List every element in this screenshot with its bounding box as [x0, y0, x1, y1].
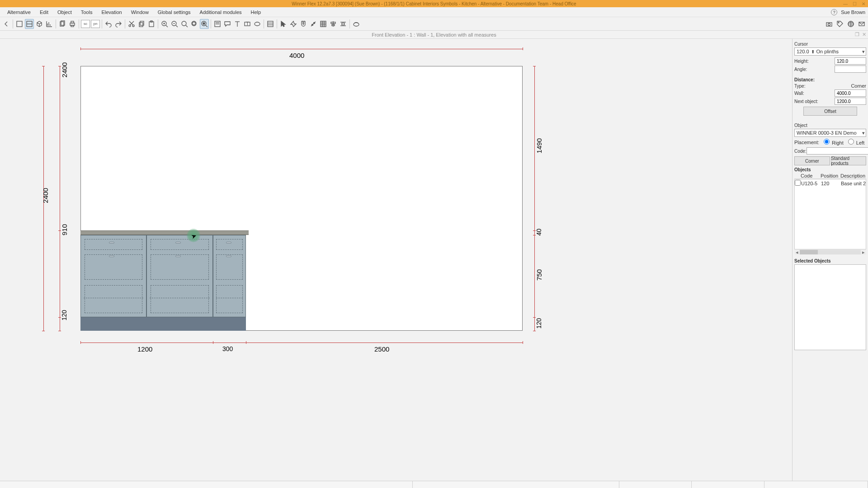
up-arrow-icon: ⬆ — [811, 49, 815, 54]
zoom-fit-icon[interactable] — [180, 19, 189, 29]
title-bar: Winner Flex 12.2a7.3 [300094] (Sue Brown… — [0, 0, 868, 7]
menu-additional-modules[interactable]: Additional modules — [195, 9, 246, 16]
view-chart-icon[interactable] — [45, 19, 54, 29]
print-icon[interactable] — [68, 19, 77, 29]
distance-heading: Distance: — [794, 77, 866, 82]
distribute-icon[interactable] — [339, 19, 348, 29]
copy2-icon[interactable] — [137, 19, 146, 29]
dim-bottom-1200: 1200 — [137, 345, 152, 353]
redo-icon[interactable] — [114, 19, 123, 29]
base-cabinet-3[interactable] — [213, 235, 246, 317]
help-icon[interactable]: ? — [831, 9, 837, 15]
restore-window-icon[interactable]: ❐ — [855, 32, 859, 38]
properties-panel: Cursor 120.0 ⬆ On plinths ▾ Height: Angl… — [792, 39, 868, 481]
text-icon[interactable] — [233, 19, 242, 29]
offset-button[interactable]: Offset — [803, 107, 857, 116]
selected-objects-list[interactable] — [794, 264, 866, 350]
list-icon[interactable] — [266, 19, 275, 29]
placement-left-radio[interactable]: Left — [848, 139, 864, 145]
maximize-icon[interactable]: ☐ — [850, 0, 859, 7]
user-name[interactable]: Sue Brown — [841, 9, 865, 15]
mail-icon[interactable] — [857, 19, 866, 29]
col-description[interactable]: Description — [840, 173, 866, 178]
menu-alternative[interactable]: Alternative — [3, 9, 35, 16]
close-icon[interactable]: ✕ — [859, 0, 868, 7]
document-tab-strip: Front Elevation - 1 : Wall - 1, Elevatio… — [0, 31, 868, 39]
snap-icon[interactable] — [289, 19, 298, 29]
svg-line-19 — [176, 25, 178, 27]
col-code[interactable]: Code — [801, 173, 821, 178]
chevron-down-icon: ▾ — [862, 49, 865, 55]
zoom-window-icon[interactable] — [190, 19, 199, 29]
undo-icon[interactable] — [104, 19, 113, 29]
balloon-icon[interactable] — [223, 19, 232, 29]
svg-point-27 — [203, 23, 205, 24]
angle-label: Angle: — [794, 67, 821, 72]
next-object-input[interactable] — [835, 98, 866, 105]
minimize-icon[interactable]: — — [841, 0, 850, 7]
dim-bottom-300: 300 — [222, 345, 233, 352]
height-input[interactable] — [835, 57, 866, 65]
align-icon[interactable] — [329, 19, 338, 29]
standard-products-button[interactable]: Standard products — [831, 156, 867, 165]
menu-global-settings[interactable]: Global settings — [153, 9, 195, 16]
ellipse-icon[interactable] — [253, 19, 262, 29]
render-icon[interactable] — [352, 19, 361, 29]
zoom-selection-icon[interactable] — [200, 19, 209, 29]
camera-icon[interactable] — [825, 19, 834, 29]
view-3d-icon[interactable] — [35, 19, 44, 29]
grid-icon[interactable] — [319, 19, 328, 29]
note-icon[interactable] — [213, 19, 222, 29]
menu-edit[interactable]: Edit — [35, 9, 53, 16]
menu-help[interactable]: Help — [246, 9, 266, 16]
catalogue-combo[interactable]: WINNER 0000-3 EN Demo ▾ — [794, 129, 866, 137]
selected-objects-heading: Selected Objects — [794, 258, 866, 263]
base-cabinet-2[interactable] — [146, 235, 213, 317]
text-box-icon[interactable]: T — [243, 19, 252, 29]
pn-button[interactable]: pn — [91, 20, 100, 28]
view-plan-icon[interactable] — [15, 19, 24, 29]
toolbar: sc pn T — [0, 17, 868, 31]
back-button[interactable] — [2, 19, 11, 29]
globe-icon[interactable] — [846, 19, 855, 29]
zoom-in-icon[interactable] — [160, 19, 169, 29]
zoom-out-icon[interactable] — [170, 19, 179, 29]
drawing-canvas[interactable]: 4000 2400 2400 910 120 1490 40 750 120 1… — [0, 39, 792, 481]
menu-window[interactable]: Window — [127, 9, 153, 16]
svg-text:T: T — [246, 21, 249, 26]
table-row[interactable]: U120-5 120 Base unit 2 drawe — [795, 179, 866, 187]
magnet-icon[interactable] — [299, 19, 308, 29]
cursor-mode-combo[interactable]: 120.0 ⬆ On plinths ▾ — [794, 47, 866, 56]
paste-icon[interactable] — [147, 19, 156, 29]
wall-input[interactable] — [835, 89, 866, 97]
sc-button[interactable]: sc — [81, 20, 90, 28]
col-position[interactable]: Position — [821, 173, 840, 178]
tag-icon[interactable] — [835, 19, 844, 29]
svg-rect-11 — [140, 21, 144, 25]
menu-elevation[interactable]: Elevation — [97, 9, 126, 16]
placement-right-radio[interactable]: Right — [824, 139, 844, 145]
menu-tools[interactable]: Tools — [76, 9, 97, 16]
cursor-heading: Cursor — [794, 42, 866, 47]
dim-right-750: 750 — [535, 269, 543, 281]
base-cabinet-1[interactable] — [80, 235, 146, 317]
type-label: Type: — [794, 84, 821, 89]
copy-icon[interactable] — [58, 19, 67, 29]
select-icon[interactable] — [279, 19, 288, 29]
dim-left-inner-total: 2400 — [61, 62, 68, 77]
svg-line-26 — [206, 25, 208, 27]
cut-icon[interactable] — [127, 19, 136, 29]
angle-input[interactable] — [835, 66, 866, 73]
corner-button[interactable]: Corner — [794, 156, 830, 165]
view-elevation-icon[interactable] — [25, 19, 34, 29]
snap2-icon[interactable] — [309, 19, 318, 29]
code-input[interactable] — [807, 147, 868, 155]
menu-object[interactable]: Object — [53, 9, 76, 16]
svg-rect-6 — [71, 21, 74, 23]
row-checkbox[interactable] — [795, 180, 801, 186]
objects-hscroll[interactable]: ◂▸ — [794, 249, 866, 255]
svg-rect-47 — [342, 23, 344, 25]
type-value: Corner — [851, 83, 866, 89]
close-tab-icon[interactable]: ✕ — [862, 32, 866, 38]
document-tab-title[interactable]: Front Elevation - 1 : Wall - 1, Elevatio… — [372, 32, 496, 38]
